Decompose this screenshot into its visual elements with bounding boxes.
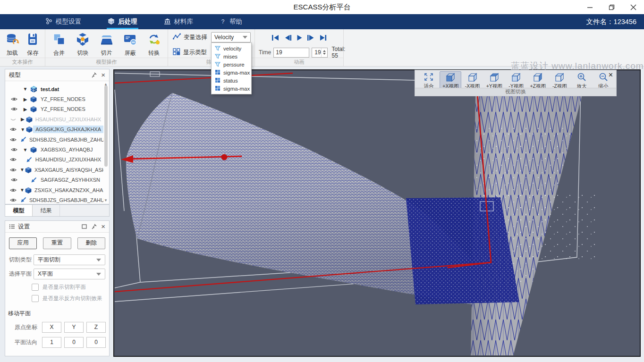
expander-icon[interactable]: ▼ <box>20 127 25 132</box>
eye-closed-icon[interactable] <box>10 117 17 122</box>
origin-z-field[interactable]: Z <box>86 322 106 333</box>
origin-x-field[interactable]: X <box>42 322 61 333</box>
play-button[interactable] <box>296 34 303 41</box>
tree-item-label[interactable]: SDHSBJZS_GHSABJHB_ZAHU <box>27 136 103 143</box>
view-x-pos-button[interactable]: +X视图 <box>440 71 461 90</box>
dropdown-option[interactable]: sigma-max <box>212 84 251 93</box>
expander-icon[interactable]: ▶ <box>20 117 25 122</box>
expander-icon[interactable]: ▶ <box>22 97 29 102</box>
tab-模型[interactable]: 模型 <box>5 205 33 216</box>
cut-type-combo[interactable]: 平面切割 <box>34 254 105 265</box>
menu-item-post-process[interactable]: 后处理 <box>101 14 144 29</box>
tree-item[interactable]: ▶HSAUHDISU_JZXIUXHAHX <box>5 114 103 124</box>
pin-icon[interactable] <box>91 224 97 229</box>
time-input[interactable] <box>273 48 309 58</box>
load-button[interactable]: 加载 <box>3 31 22 57</box>
tab-结果[interactable]: 结果 <box>33 205 60 216</box>
tree-item-label[interactable]: test.dat <box>38 85 61 93</box>
convert-button[interactable]: 转换 <box>143 31 165 57</box>
eye-icon[interactable] <box>10 157 17 162</box>
expander-icon[interactable]: ▼ <box>22 147 29 152</box>
tree-item[interactable]: SAGFASGZ_ASYHHXSN <box>5 175 103 185</box>
dropdown-option[interactable]: sigma-max <box>212 68 251 76</box>
variable-combo[interactable]: Velocity <box>211 32 251 42</box>
dropdown-option[interactable]: velocity <box>212 44 251 52</box>
zoom-in-button[interactable]: 放大 <box>571 71 593 90</box>
tree-item[interactable]: ▶YZ_FREE_NODES <box>5 94 103 104</box>
delete-button[interactable]: 删除 <box>77 237 105 249</box>
expander-icon[interactable]: ▼ <box>20 187 25 193</box>
reverse-cut-checkbox[interactable] <box>32 295 39 302</box>
merge-button[interactable]: 合并 <box>48 31 70 57</box>
save-button[interactable]: 保存 <box>24 31 42 57</box>
view-toolbar-close-icon[interactable]: × <box>609 71 613 79</box>
expander-icon[interactable]: ▶ <box>22 107 29 112</box>
expander-icon[interactable]: ▼ <box>22 86 29 92</box>
mask-button[interactable]: 屏蔽 <box>119 31 141 57</box>
reset-button[interactable]: 重置 <box>43 237 71 249</box>
tree-item[interactable]: ▼XSAXGAUS_AISYAQSH_ASHX <box>5 165 103 175</box>
tree-item[interactable]: ▼XAGBSXG_AYHAQBJ <box>5 144 103 154</box>
view-z-pos-button[interactable]: +Z视图 <box>527 71 549 90</box>
tree-item-label[interactable]: YZ_FREE_NODES <box>38 95 88 103</box>
frame-spinner[interactable]: 19 <box>312 48 327 58</box>
eye-icon[interactable] <box>10 96 18 102</box>
tree-scrollbar[interactable] <box>104 83 108 197</box>
tree-item-label[interactable]: AGSGKJKG_GJHXAJKHXA <box>33 126 103 133</box>
eye-icon[interactable] <box>10 106 18 112</box>
tree-item[interactable]: ▼AGSGKJKG_GJHXAJKHXA <box>5 125 103 135</box>
expander-icon[interactable]: ▼ <box>20 167 25 172</box>
tree-item[interactable]: SDHSBJZS_GHSABJHB_ZAHU <box>5 195 103 204</box>
eye-icon[interactable] <box>10 187 17 193</box>
tree-item-label[interactable]: HSAUHDISU_JZXIUXHAHX <box>33 156 103 163</box>
origin-y-field[interactable]: Y <box>64 322 84 333</box>
tree-item[interactable]: ▼ZSXGX_HSAKAZNZXK_AHASX <box>5 185 103 195</box>
restore-panel-icon[interactable] <box>82 224 87 229</box>
first-frame-button[interactable] <box>271 34 280 41</box>
eye-icon[interactable] <box>10 126 17 132</box>
eye-icon[interactable] <box>10 177 18 183</box>
plane-select-combo[interactable]: X平面 <box>34 269 105 279</box>
view-y-pos-button[interactable]: +Y视图 <box>483 71 505 90</box>
tree-item[interactable]: SDHSBJZS_GHSABJHB_ZAHU <box>5 135 103 144</box>
minimize-button[interactable] <box>584 2 596 12</box>
spinner-arrows[interactable] <box>321 48 327 57</box>
normal-z-field[interactable]: 0 <box>86 337 106 348</box>
normal-y-field[interactable]: 0 <box>64 337 84 348</box>
menu-item-model-setup[interactable]: 模型设置 <box>39 14 88 29</box>
dropdown-option[interactable]: mises <box>212 52 251 60</box>
tree-item-label[interactable]: HSAUHDISU_JZXIUXHAHX <box>33 116 103 123</box>
tree-item-label[interactable]: XAGBSXG_AYHAQBJ <box>38 146 95 153</box>
menu-item-help[interactable]: ?帮助 <box>213 14 249 29</box>
eye-icon[interactable] <box>10 167 17 173</box>
tree-item[interactable]: ▼test.dat <box>5 84 103 94</box>
dropdown-option[interactable]: status <box>212 76 251 84</box>
normal-x-field[interactable]: 1 <box>42 337 61 348</box>
tree-item-label[interactable]: YZ_FREE_NODES <box>38 105 88 113</box>
tree-item-label[interactable]: XSAXGAUS_AISYAQSH_ASHX <box>32 166 103 174</box>
view-y-neg-button[interactable]: -Y视图 <box>505 71 527 90</box>
close-button[interactable] <box>627 2 639 12</box>
tree-item[interactable]: ▶YZ_FREE_NODES <box>5 104 103 114</box>
prev-frame-button[interactable] <box>284 34 292 41</box>
tree-item-label[interactable]: SAGFASGZ_ASYHHXSN <box>38 176 102 184</box>
restore-button[interactable] <box>605 2 618 12</box>
fit-button[interactable]: 适合 <box>418 71 440 90</box>
menu-item-material-lib[interactable]: 材料库 <box>157 14 200 29</box>
viewport-3d[interactable] <box>113 69 641 357</box>
tree-item[interactable]: HSAUHDISU_JZXIUXHAHX <box>5 155 103 165</box>
cutblock-button[interactable]: 切块 <box>72 31 93 57</box>
last-frame-button[interactable] <box>319 34 327 41</box>
eye-icon[interactable] <box>10 147 18 152</box>
settings-panel-close-icon[interactable]: × <box>101 223 105 230</box>
tree-scroll-down-icon[interactable]: ▼ <box>104 198 108 202</box>
apply-button[interactable]: 应用 <box>9 237 37 249</box>
pin-icon[interactable] <box>91 72 97 78</box>
dropdown-option[interactable]: perssure <box>212 60 251 68</box>
view-z-neg-button[interactable]: -Z视图 <box>549 71 570 90</box>
tree-item-label[interactable]: SDHSBJZS_GHSABJHB_ZAHU <box>27 196 103 204</box>
slice-button[interactable]: 切片 <box>95 31 117 57</box>
eye-icon[interactable] <box>10 197 17 203</box>
eye-icon[interactable] <box>10 137 17 143</box>
model-panel-close-icon[interactable]: × <box>101 72 105 78</box>
